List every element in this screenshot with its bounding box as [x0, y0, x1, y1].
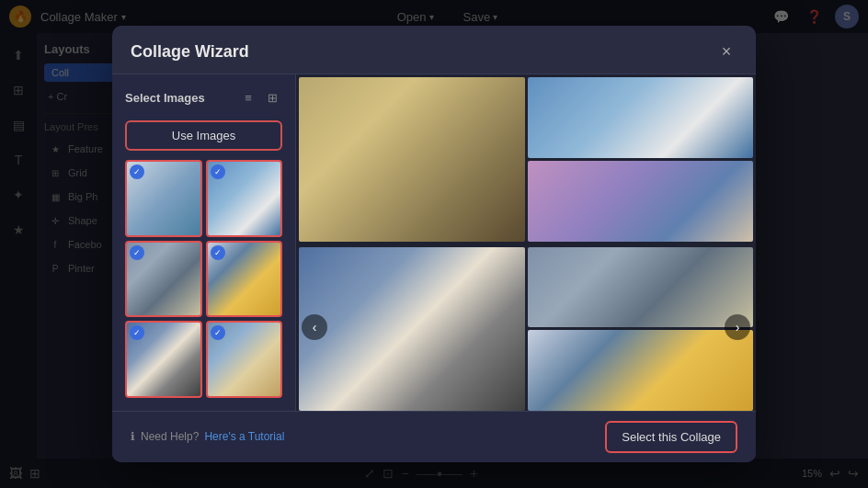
modal-left-panel: Select Images ≡ ⊞ Use Images ✓✓✓✓✓✓ — [112, 74, 296, 411]
thumb-image-6[interactable]: ✓ — [206, 321, 283, 398]
thumb-check-6: ✓ — [211, 325, 225, 340]
collage-cell-br[interactable] — [528, 161, 754, 242]
collage-wizard-modal: Collage Wizard × Select Images ≡ ⊞ Use I… — [112, 26, 756, 462]
image-thumbnail-grid: ✓✓✓✓✓✓ — [125, 160, 282, 398]
select-collage-button[interactable]: Select this Collage — [605, 421, 737, 453]
use-images-button[interactable]: Use Images — [125, 120, 282, 151]
tutorial-link[interactable]: Here's a Tutorial — [204, 430, 284, 443]
collage-cell-tr[interactable] — [528, 77, 754, 158]
modal-footer: ℹ Need Help? Here's a Tutorial Select th… — [112, 411, 756, 462]
modal-header: Collage Wizard × — [112, 26, 756, 74]
select-images-label: Select Images — [125, 91, 205, 105]
modal-close-button[interactable]: × — [715, 40, 737, 62]
modal-overlay: Collage Wizard × Select Images ≡ ⊞ Use I… — [0, 0, 868, 488]
thumb-image-5[interactable]: ✓ — [125, 321, 202, 398]
modal-body: Select Images ≡ ⊞ Use Images ✓✓✓✓✓✓ — [112, 74, 756, 411]
need-help-text: Need Help? — [141, 430, 199, 443]
modal-right-panel: ‹ › — [296, 74, 756, 411]
collage-cell-main[interactable] — [299, 77, 525, 241]
collage-cell-mr[interactable] — [528, 247, 754, 328]
help-text: ℹ Need Help? Here's a Tutorial — [131, 430, 284, 443]
thumb-check-2: ✓ — [211, 165, 225, 179]
info-icon: ℹ — [131, 430, 135, 443]
thumb-image-1[interactable]: ✓ — [125, 160, 202, 237]
thumb-image-3[interactable]: ✓ — [125, 241, 202, 318]
collage-cell-brr[interactable] — [528, 330, 754, 411]
thumb-check-3: ✓ — [130, 245, 144, 260]
thumb-check-4: ✓ — [211, 245, 225, 260]
modal-title: Collage Wizard — [131, 42, 249, 62]
modal-left-header: Select Images ≡ ⊞ — [125, 87, 282, 108]
collage-preview — [296, 74, 756, 244]
thumb-image-4[interactable]: ✓ — [206, 241, 283, 318]
list-view-btn[interactable]: ≡ — [238, 87, 258, 108]
preview-next-button[interactable]: › — [725, 314, 750, 340]
collage-cell-bl[interactable] — [299, 247, 525, 411]
view-toggle: ≡ ⊞ — [238, 87, 282, 108]
preview-prev-button[interactable]: ‹ — [302, 314, 327, 340]
grid-view-btn[interactable]: ⊞ — [262, 87, 282, 108]
thumb-image-2[interactable]: ✓ — [206, 160, 283, 237]
